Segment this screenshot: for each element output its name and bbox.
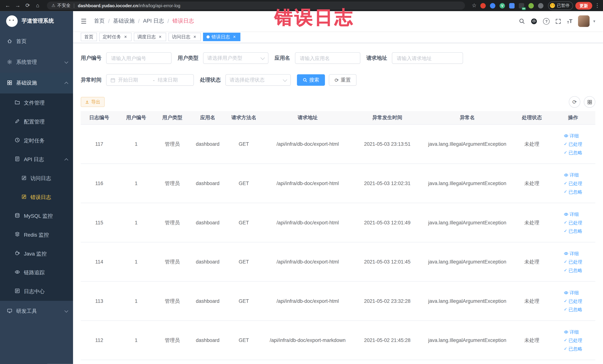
ignore-link[interactable]: ✓已忽略 — [564, 267, 582, 274]
sidebar-item-label: 基础设施 — [16, 80, 61, 86]
extension-on-icon[interactable]: on — [519, 3, 524, 8]
extension-blue-drop-icon[interactable] — [490, 3, 495, 8]
sidebar-item-home[interactable]: 首页 — [0, 31, 73, 52]
sidebar-item-system[interactable]: 系统管理 — [0, 52, 73, 73]
sidebar-item-java-monitor[interactable]: Java 监控 — [0, 244, 73, 263]
bookmark-star-icon[interactable]: ☆ — [470, 0, 478, 11]
extension-vue-icon[interactable]: V — [499, 3, 505, 8]
breadcrumb-infra[interactable]: 基础设施 — [113, 18, 135, 24]
extension-grid-icon[interactable] — [509, 3, 515, 8]
profile-avatar-icon — [550, 3, 555, 8]
sidebar-item-file-management[interactable]: 文件管理 — [0, 94, 73, 112]
detail-link[interactable]: 详细 — [564, 289, 579, 296]
refresh-button[interactable]: ⟳ — [569, 96, 580, 108]
tab-home[interactable]: 首页 — [81, 33, 97, 41]
browser-menu-icon[interactable]: ⋮ — [594, 0, 599, 11]
processed-link[interactable]: ✓已处理 — [564, 336, 582, 344]
cell-log-id: 115 — [81, 203, 118, 242]
avatar-caret-icon[interactable]: ▾ — [593, 19, 595, 24]
chevron-down-icon — [260, 55, 265, 59]
tab-error-log[interactable]: 错误日志× — [203, 33, 240, 41]
browser-chrome: ← → ⟳ ⌂ ⚠ 不安全 dashboard.yudao.iocoder.cn… — [0, 0, 603, 11]
sidebar-item-access-log[interactable]: 访问日志 — [0, 169, 73, 188]
filter-user-id: 用户编号 — [81, 52, 172, 64]
user-id-input[interactable] — [110, 55, 167, 61]
processed-link[interactable]: ✓已处理 — [564, 179, 582, 187]
close-icon[interactable]: × — [158, 35, 163, 39]
close-icon[interactable]: × — [232, 35, 237, 39]
detail-link[interactable]: 详细 — [564, 210, 579, 218]
close-icon[interactable]: × — [192, 35, 197, 39]
home-icon[interactable]: ⌂ — [34, 0, 42, 11]
extension-red-icon[interactable] — [480, 3, 486, 8]
breadcrumb-api-log[interactable]: API 日志 — [143, 18, 164, 24]
top-navbar: ☰ 首页 / 基础设施 / API 日志 / 错误日志 ? TT — [73, 11, 603, 31]
forward-icon[interactable]: → — [14, 0, 22, 11]
search-icon[interactable] — [519, 18, 525, 24]
user-type-select[interactable]: 请选择用户类型 — [203, 52, 268, 64]
github-icon[interactable] — [531, 18, 537, 24]
col-app-name: 应用名 — [190, 111, 225, 125]
detail-link[interactable]: 详细 — [564, 249, 579, 257]
close-icon[interactable]: × — [123, 35, 128, 39]
sidebar-item-mysql-monitor[interactable]: MySQL 监控 — [0, 207, 73, 225]
breadcrumb-home[interactable]: 首页 — [94, 18, 105, 24]
cell-process-status: 未处理 — [513, 203, 551, 242]
tab-access-log[interactable]: 访问日志× — [169, 33, 201, 41]
cell-exception-name: java.lang.IllegalArgumentException — [421, 124, 513, 164]
date-range-picker[interactable]: 开始日期 - 结束日期 — [106, 74, 194, 86]
processed-link[interactable]: ✓已处理 — [564, 297, 582, 305]
profile-paused-badge[interactable]: 已暂停 — [548, 1, 573, 10]
tab-dispatch-log[interactable]: 调度日志× — [134, 33, 166, 41]
reload-icon[interactable]: ⟳ — [24, 0, 32, 11]
request-url-input[interactable] — [396, 55, 459, 61]
detail-link[interactable]: 详细 — [564, 171, 579, 178]
ignore-link[interactable]: ✓已忽略 — [564, 188, 582, 195]
ignore-link[interactable]: ✓已忽略 — [564, 305, 582, 313]
processed-link[interactable]: ✓已处理 — [564, 140, 582, 148]
eye-icon — [564, 133, 568, 138]
folder-icon — [15, 100, 20, 106]
column-settings-button[interactable] — [584, 96, 595, 108]
extension-pin-icon[interactable] — [538, 3, 544, 8]
hamburger-icon[interactable]: ☰ — [79, 17, 88, 25]
tab-scheduled-jobs[interactable]: 定时任务× — [99, 33, 131, 41]
sidebar-item-log-center[interactable]: 日志中心 — [0, 282, 73, 301]
sidebar-item-redis-monitor[interactable]: Redis 监控 — [0, 225, 73, 244]
app-name-input[interactable] — [299, 55, 356, 61]
search-button[interactable]: 搜索 — [297, 74, 325, 86]
processed-link[interactable]: ✓已处理 — [564, 219, 582, 226]
sidebar-item-api-log[interactable]: API 日志 — [0, 150, 73, 169]
process-status-select[interactable]: 请选择处理状态 — [225, 74, 291, 86]
sidebar-item-dev-tools[interactable]: 研发工具 — [0, 301, 73, 322]
filter-label: 处理状态 — [200, 77, 221, 83]
user-id-input-wrap — [106, 52, 172, 64]
filter-request-url: 请求地址 — [366, 52, 463, 64]
table-row: 1141管理员dashboardGET/api/infra/db-doc/exp… — [81, 242, 595, 282]
ignore-link[interactable]: ✓已忽略 — [564, 227, 582, 235]
sidebar-item-infra[interactable]: 基础设施 — [0, 73, 73, 94]
sidebar-item-trace[interactable]: 链路追踪 — [0, 263, 73, 282]
sidebar-item-scheduled-jobs[interactable]: 定时任务 — [0, 131, 73, 150]
cell-exception-time: 2021-05-03 12:01:49 — [353, 203, 421, 242]
back-icon[interactable]: ← — [4, 0, 12, 11]
processed-link[interactable]: ✓已处理 — [564, 258, 582, 266]
page-content: 用户编号 用户类型 请选择用户类型 应用名 请求地址 — [73, 43, 603, 364]
detail-link[interactable]: 详细 — [564, 132, 579, 140]
help-icon[interactable]: ? — [543, 18, 550, 24]
sidebar-item-error-log[interactable]: 错误日志 — [0, 188, 73, 207]
avatar[interactable] — [578, 15, 590, 27]
col-log-id: 日志编号 — [81, 111, 118, 125]
detail-link[interactable]: 详细 — [564, 328, 579, 336]
redis-stack-icon — [15, 232, 20, 238]
ignore-link[interactable]: ✓已忽略 — [564, 149, 582, 156]
font-size-icon[interactable]: TT — [567, 18, 572, 24]
fullscreen-icon[interactable] — [556, 18, 561, 24]
export-button[interactable]: 导出 — [81, 97, 105, 107]
extension-leaf-icon[interactable] — [529, 3, 534, 8]
sidebar-item-config-management[interactable]: 配置管理 — [0, 112, 73, 131]
reset-button[interactable]: ⟳ 重置 — [329, 74, 357, 86]
ignore-link[interactable]: ✓已忽略 — [564, 345, 582, 352]
browser-update-button[interactable]: 更新 — [575, 2, 592, 9]
address-bar[interactable]: ⚠ 不安全 dashboard.yudao.iocoder.cn /infra/… — [47, 1, 465, 10]
